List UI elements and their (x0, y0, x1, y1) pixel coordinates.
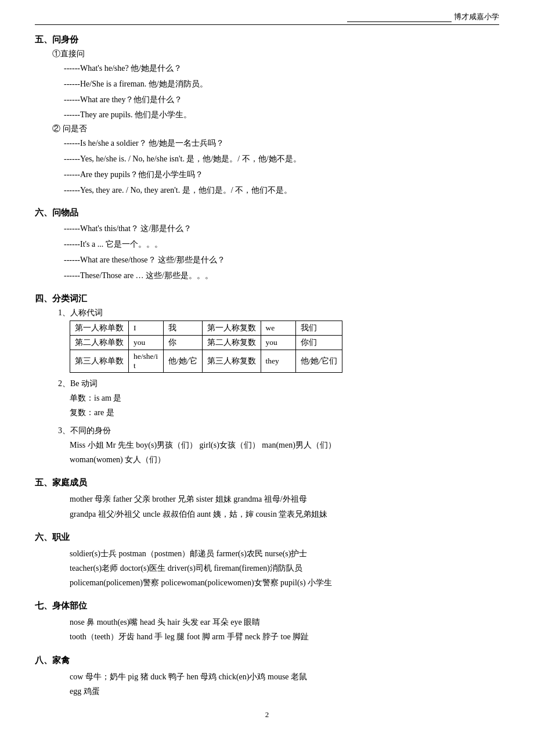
subsection-roles-title: 3、不同的身份 (58, 426, 499, 436)
sub-direct-title: ①直接问 (52, 49, 499, 59)
items-line-3: ------What are these/those？ 这些/那些是什么？ (64, 253, 499, 267)
cell: 第三人称复数 (202, 350, 261, 372)
family-line-1: mother 母亲 father 父亲 brother 兄弟 sister 姐妹… (70, 492, 499, 506)
header-divider (35, 24, 499, 25)
body-line-2: tooth（teeth）牙齿 hand 手 leg 腿 foot 脚 arm 手… (70, 629, 499, 644)
cell: 第三人称单数 (70, 350, 129, 372)
section-items-title: 六、问物品 (35, 207, 499, 218)
yesno-line-1: ------Is he/she a soldier？ 他/她是一名士兵吗？ (64, 136, 499, 150)
cell: 第二人称复数 (202, 335, 261, 350)
jobs-line-2: teacher(s)老师 doctor(s)医生 driver(s)司机 fir… (70, 561, 499, 575)
section-jobs-title: 六、职业 (35, 532, 499, 543)
body-line-1: nose 鼻 mouth(es)嘴 head 头 hair 头发 ear 耳朵 … (70, 615, 499, 629)
sub-yesno-title: ② 问是否 (52, 124, 499, 134)
name-blank (347, 12, 452, 22)
section-identity: 五、问身份 ①直接问 ------What's he/she? 他/她是什么？ … (35, 34, 499, 197)
section-body-title: 七、身体部位 (35, 600, 499, 611)
cell: 第一人称复数 (202, 321, 261, 335)
table-row: 第三人称单数 he/she/it 他/她/它 第三人称复数 they 他/她/它… (70, 350, 342, 372)
pronouns-table: 第一人称单数 I 我 第一人称复数 we 我们 第二人称单数 you 你 第二人… (70, 321, 342, 373)
yesno-line-2: ------Yes, he/she is. / No, he/she isn't… (64, 152, 499, 166)
subsection-pronouns-title: 1、人称代词 (58, 308, 499, 318)
section-body: 七、身体部位 nose 鼻 mouth(es)嘴 head 头 hair 头发 … (35, 600, 499, 644)
header: 博才咸嘉小学 (35, 12, 499, 22)
subsection-be: 2、Be 动词 单数：is am 是 复数：are 是 (35, 379, 499, 420)
section-identity-title: 五、问身份 (35, 34, 499, 45)
subsection-be-title: 2、Be 动词 (58, 379, 499, 389)
roles-line-1: Miss 小姐 Mr 先生 boy(s)男孩（们） girl(s)女孩（们） m… (70, 438, 499, 452)
cell: 我们 (295, 321, 342, 335)
cell: 你 (164, 335, 203, 350)
page-number: 2 (35, 710, 499, 719)
cell: he/she/it (129, 350, 164, 372)
direct-line-4: ------They are pupils. 他们是小学生。 (64, 108, 499, 122)
cell: I (129, 321, 164, 335)
section-vocab-title: 四、分类词汇 (35, 293, 499, 304)
animals-line-1: cow 母牛；奶牛 pig 猪 duck 鸭子 hen 母鸡 chick(en)… (70, 669, 499, 684)
items-line-1: ------What's this/that？ 这/那是什么？ (64, 222, 499, 236)
cell: they (261, 350, 295, 372)
cell: 他/她/它们 (295, 350, 342, 372)
section-items: 六、问物品 ------What's this/that？ 这/那是什么？ --… (35, 207, 499, 282)
jobs-line-1: soldier(s)士兵 postman（postmen）邮递员 farmer(… (70, 546, 499, 561)
section-jobs: 六、职业 soldier(s)士兵 postman（postmen）邮递员 fa… (35, 532, 499, 591)
table-row: 第二人称单数 you 你 第二人称复数 you 你们 (70, 335, 342, 350)
direct-line-1: ------What's he/she? 他/她是什么？ (64, 62, 499, 75)
cell: you (129, 335, 164, 350)
direct-line-2: ------He/She is a fireman. 他/她是消防员。 (64, 77, 499, 91)
yesno-line-4: ------Yes, they are. / No, they aren't. … (64, 183, 499, 197)
direct-line-3: ------What are they？他们是什么？ (64, 93, 499, 107)
section-family: 五、家庭成员 mother 母亲 father 父亲 brother 兄弟 si… (35, 477, 499, 521)
items-line-2: ------It's a ... 它是一个。。。 (64, 237, 499, 251)
school-name: 博才咸嘉小学 (454, 12, 499, 22)
cell: 第二人称单数 (70, 335, 129, 350)
table-row: 第一人称单数 I 我 第一人称复数 we 我们 (70, 321, 342, 335)
family-line-2: grandpa 祖父/外祖父 uncle 叔叔伯伯 aunt 姨，姑，婶 cou… (70, 507, 499, 521)
roles-line-2: woman(women) 女人（们） (70, 452, 499, 467)
cell: 你们 (295, 335, 342, 350)
cell: 他/她/它 (164, 350, 203, 372)
animals-line-2: egg 鸡蛋 (70, 684, 499, 699)
section-family-title: 五、家庭成员 (35, 477, 499, 488)
section-vocab: 四、分类词汇 1、人称代词 第一人称单数 I 我 第一人称复数 we 我们 第二… (35, 293, 499, 467)
cell: 我 (164, 321, 203, 335)
items-line-4: ------These/Those are … 这些/那些是。。。 (64, 269, 499, 283)
yesno-line-3: ------Are they pupils？他们是小学生吗？ (64, 168, 499, 182)
be-line-2: 复数：are 是 (70, 405, 499, 420)
cell: we (261, 321, 295, 335)
be-line-1: 单数：is am 是 (70, 391, 499, 405)
section-animals: 八、家禽 cow 母牛；奶牛 pig 猪 duck 鸭子 hen 母鸡 chic… (35, 655, 499, 699)
cell: 第一人称单数 (70, 321, 129, 335)
section-animals-title: 八、家禽 (35, 655, 499, 666)
subsection-roles: 3、不同的身份 Miss 小姐 Mr 先生 boy(s)男孩（们） girl(s… (35, 426, 499, 467)
subsection-pronouns: 1、人称代词 第一人称单数 I 我 第一人称复数 we 我们 第二人称单数 yo… (35, 308, 499, 373)
jobs-line-3: policeman(policemen)警察 policewoman(polic… (70, 575, 499, 590)
cell: you (261, 335, 295, 350)
